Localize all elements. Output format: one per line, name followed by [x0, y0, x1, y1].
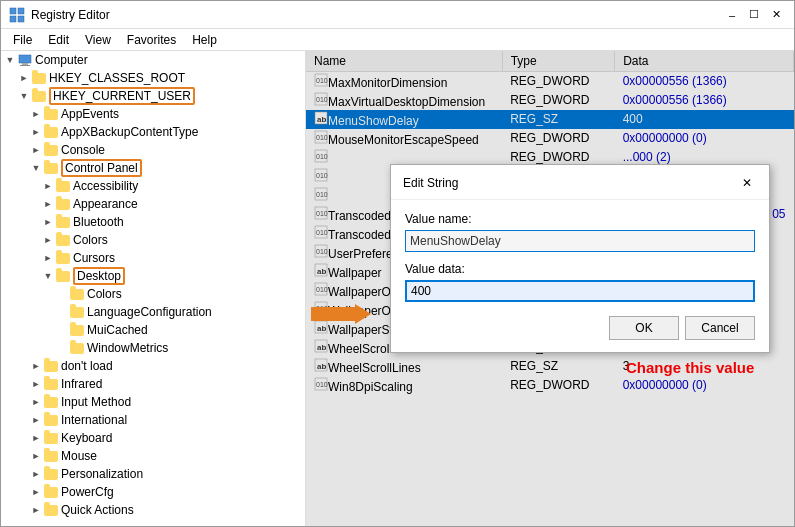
tree-label-infrared: Infrared [61, 377, 102, 391]
tree-node-langconfig[interactable]: ► LanguageConfiguration [1, 303, 305, 321]
tree-node-appevents[interactable]: ► AppEvents [1, 105, 305, 123]
menu-favorites[interactable]: Favorites [119, 31, 184, 48]
tree-node-cursors[interactable]: ► Cursors [1, 249, 305, 267]
app-icon [9, 7, 25, 23]
tree-node-international[interactable]: ► International [1, 411, 305, 429]
value-data-input[interactable] [405, 280, 755, 302]
tree-label-powercfg: PowerCfg [61, 485, 114, 499]
tree-label-console: Console [61, 143, 105, 157]
folder-icon-international [43, 413, 59, 427]
menu-help[interactable]: Help [184, 31, 225, 48]
tree-node-muicached[interactable]: ► MuiCached [1, 321, 305, 339]
folder-icon-cursors [55, 251, 71, 265]
tree-label-accessibility: Accessibility [73, 179, 138, 193]
tree-label-bluetooth: Bluetooth [73, 215, 124, 229]
tree-label-classes-root: HKEY_CLASSES_ROOT [49, 71, 185, 85]
svg-rect-4 [19, 55, 31, 63]
tree-node-desktop[interactable]: ▼ Desktop [1, 267, 305, 285]
tree-label-desktop: Desktop [73, 269, 125, 283]
tree-node-dontload[interactable]: ► don't load [1, 357, 305, 375]
menu-file[interactable]: File [5, 31, 40, 48]
expand-arrow-muicached: ► [55, 323, 69, 337]
expand-arrow-powercfg: ► [29, 485, 43, 499]
tree-node-hkey-current-user[interactable]: ▼ HKEY_CURRENT_USER [1, 87, 305, 105]
folder-icon-personalization [43, 467, 59, 481]
change-value-annotation: Change this value [626, 359, 754, 376]
svg-rect-3 [18, 16, 24, 22]
expand-arrow-infrared: ► [29, 377, 43, 391]
tree-label-inputmethod: Input Method [61, 395, 131, 409]
svg-rect-6 [20, 65, 30, 66]
folder-icon-appxbackup [43, 125, 59, 139]
expand-arrow-classes-root: ► [17, 71, 31, 85]
folder-icon-current-user [31, 89, 47, 103]
tree-label-control-panel: Control Panel [61, 161, 142, 175]
svg-rect-2 [10, 16, 16, 22]
dialog-body: Value name: Value data: OK Cancel [391, 200, 769, 352]
tree-node-hkey-classes-root[interactable]: ► HKEY_CLASSES_ROOT [1, 69, 305, 87]
tree-node-accessibility[interactable]: ► Accessibility [1, 177, 305, 195]
tree-label-computer: Computer [35, 53, 88, 67]
value-name-label: Value name: [405, 212, 755, 226]
expand-arrow-windowmetrics: ► [55, 341, 69, 355]
tree-node-appxbackup[interactable]: ► AppXBackupContentType [1, 123, 305, 141]
tree-node-inputmethod[interactable]: ► Input Method [1, 393, 305, 411]
expand-arrow-appxbackup: ► [29, 125, 43, 139]
tree-node-personalization[interactable]: ► Personalization [1, 465, 305, 483]
folder-icon-appevents [43, 107, 59, 121]
expand-arrow-bluetooth: ► [41, 215, 55, 229]
dialog-close-button[interactable]: ✕ [737, 173, 757, 193]
svg-rect-5 [22, 63, 28, 65]
tree-node-control-panel[interactable]: ▼ Control Panel [1, 159, 305, 177]
tree-node-windowmetrics[interactable]: ► WindowMetrics [1, 339, 305, 357]
tree-label-langconfig: LanguageConfiguration [87, 305, 212, 319]
value-data-label: Value data: [405, 262, 755, 276]
tree-label-current-user: HKEY_CURRENT_USER [49, 89, 195, 103]
tree-panel[interactable]: ▼ Computer ► HKEY_CLASSES_ROOT ▼ [1, 51, 306, 526]
tree-node-powercfg[interactable]: ► PowerCfg [1, 483, 305, 501]
tree-node-keyboard[interactable]: ► Keyboard [1, 429, 305, 447]
maximize-button[interactable]: ☐ [744, 5, 764, 25]
expand-arrow-control-panel: ▼ [29, 161, 43, 175]
folder-icon-console [43, 143, 59, 157]
tree-label-appearance: Appearance [73, 197, 138, 211]
menu-view[interactable]: View [77, 31, 119, 48]
folder-icon-classes-root [31, 71, 47, 85]
cancel-button[interactable]: Cancel [685, 316, 755, 340]
tree-node-console[interactable]: ► Console [1, 141, 305, 159]
tree-node-appearance[interactable]: ► Appearance [1, 195, 305, 213]
tree-node-infrared[interactable]: ► Infrared [1, 375, 305, 393]
folder-icon-langconfig [69, 305, 85, 319]
expand-arrow-colors: ► [41, 233, 55, 247]
tree-node-colors[interactable]: ► Colors [1, 231, 305, 249]
tree-label-muicached: MuiCached [87, 323, 148, 337]
dialog-title: Edit String [403, 176, 737, 190]
folder-icon-keyboard [43, 431, 59, 445]
expand-arrow-console: ► [29, 143, 43, 157]
expand-arrow-appearance: ► [41, 197, 55, 211]
tree-label-colors-sub: Colors [87, 287, 122, 301]
tree-node-colors-sub[interactable]: ► Colors [1, 285, 305, 303]
menu-edit[interactable]: Edit [40, 31, 77, 48]
tree-label-appxbackup: AppXBackupContentType [61, 125, 198, 139]
expand-arrow-inputmethod: ► [29, 395, 43, 409]
folder-icon-inputmethod [43, 395, 59, 409]
folder-icon-infrared [43, 377, 59, 391]
minimize-button[interactable]: – [722, 5, 742, 25]
registry-editor-window: Registry Editor – ☐ ✕ File Edit View Fav… [0, 0, 795, 527]
tree-label-personalization: Personalization [61, 467, 143, 481]
close-button[interactable]: ✕ [766, 5, 786, 25]
expand-arrow-personalization: ► [29, 467, 43, 481]
tree-node-bluetooth[interactable]: ► Bluetooth [1, 213, 305, 231]
folder-icon-desktop [55, 269, 71, 283]
expand-arrow-current-user: ▼ [17, 89, 31, 103]
folder-icon-bluetooth [55, 215, 71, 229]
tree-node-mouse[interactable]: ► Mouse [1, 447, 305, 465]
tree-node-quickactions[interactable]: ► Quick Actions [1, 501, 305, 519]
detail-panel: Name Type Data 010MaxMonitorDimensionREG… [306, 51, 794, 526]
value-name-input[interactable] [405, 230, 755, 252]
ok-button[interactable]: OK [609, 316, 679, 340]
tree-node-computer[interactable]: ▼ Computer [1, 51, 305, 69]
folder-icon-control-panel [43, 161, 59, 175]
expand-arrow-appevents: ► [29, 107, 43, 121]
